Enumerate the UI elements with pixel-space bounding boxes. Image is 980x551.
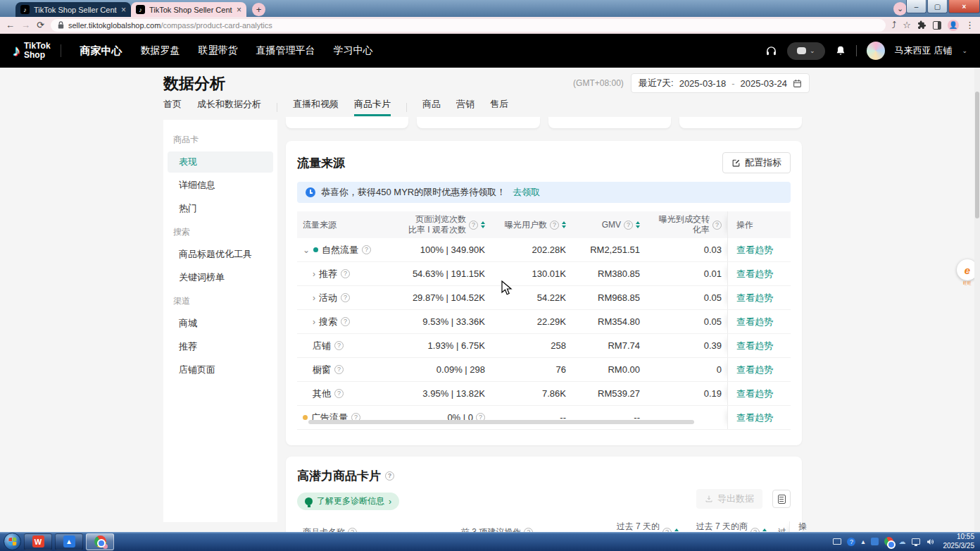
sort-icon[interactable]	[562, 221, 566, 228]
sort-icon[interactable]	[636, 221, 640, 228]
analytics-tab[interactable]: 售后	[490, 98, 508, 116]
help-icon[interactable]: ?	[341, 293, 350, 302]
view-trend-link[interactable]: 查看趋势	[736, 268, 773, 280]
sort-icon[interactable]	[481, 221, 485, 228]
nav-item-data-compass[interactable]: 数据罗盘	[141, 44, 180, 57]
date-range-picker[interactable]: 最近7天: 2025-03-18 - 2025-03-24	[631, 73, 810, 93]
expand-icon[interactable]: ›	[313, 294, 315, 302]
view-trend-link[interactable]: 查看趋势	[736, 316, 773, 328]
bookmark-star-icon[interactable]: ☆	[903, 20, 911, 30]
sidebar-item[interactable]: 热门	[163, 197, 277, 220]
tray-volume-icon[interactable]	[926, 538, 935, 546]
sidebar-item[interactable]: 详细信息	[163, 174, 277, 197]
tray-chrome-icon[interactable]	[884, 537, 893, 546]
view-trend-link[interactable]: 查看趋势	[736, 244, 773, 256]
new-tab-button[interactable]: +	[252, 3, 265, 16]
help-icon[interactable]: ?	[334, 341, 344, 350]
help-icon[interactable]: ?	[334, 389, 344, 398]
sidebar-item[interactable]: 商品标题优化工具	[163, 243, 277, 266]
export-data-button[interactable]: 导出数据	[696, 489, 762, 509]
tray-cloud-icon[interactable]: ☁	[899, 538, 906, 545]
side-panel-icon[interactable]	[933, 21, 941, 30]
close-window-button[interactable]: ×	[948, 0, 980, 13]
page-scrollbar-track[interactable]	[974, 68, 980, 532]
start-button[interactable]	[4, 533, 21, 550]
browser-tab-2-active[interactable]: ♪ TikTok Shop Seller Center | Cr ×	[131, 2, 246, 17]
diagnosis-info-link[interactable]: 了解更多诊断信息 ›	[297, 493, 399, 510]
reload-button[interactable]: ⟳	[37, 20, 44, 30]
claim-coupon-link[interactable]: 去领取	[513, 186, 540, 199]
tiktok-shop-logo[interactable]: ♪ TikTokShop	[13, 42, 51, 60]
sidebar-item[interactable]: 推荐	[163, 335, 277, 358]
expand-icon[interactable]: ⌄	[303, 246, 310, 254]
help-icon[interactable]: ?	[469, 221, 478, 230]
help-icon[interactable]: ?	[341, 317, 350, 326]
tray-network-icon[interactable]	[912, 538, 920, 545]
chat-pill-button[interactable]: ⌄	[787, 42, 825, 60]
view-trend-link[interactable]: 查看趋势	[736, 340, 773, 352]
metric-card-partial	[417, 117, 539, 128]
browser-tab-1[interactable]: ♪ TikTok Shop Seller Center | Cr ×	[15, 2, 131, 17]
nav-item-learning-center[interactable]: 学习中心	[334, 44, 373, 57]
view-trend-link[interactable]: 查看趋势	[736, 292, 773, 304]
store-avatar[interactable]	[867, 42, 885, 60]
minimize-button[interactable]: –	[906, 0, 926, 13]
help-icon[interactable]: ?	[712, 221, 722, 230]
tray-help-icon[interactable]: ?	[847, 538, 855, 546]
help-icon[interactable]: ?	[362, 245, 371, 254]
analytics-tab[interactable]: 商品	[422, 98, 441, 116]
tray-show-icons-arrow[interactable]: ▴	[861, 538, 865, 545]
high-potential-title: 高潜力商品卡片	[297, 468, 381, 484]
view-trend-link[interactable]: 查看趋势	[736, 388, 773, 400]
clock-date: 2025/3/25	[943, 542, 975, 551]
sidebar-item[interactable]: 表现	[168, 151, 273, 173]
calendar-icon[interactable]	[793, 79, 802, 88]
analytics-tab[interactable]: 营销	[456, 98, 475, 116]
page-scrollbar-thumb[interactable]	[975, 92, 979, 218]
help-icon[interactable]: ?	[624, 221, 633, 230]
analytics-tab[interactable]: 商品卡片	[354, 98, 391, 116]
nav-item-affiliate[interactable]: 联盟带货	[199, 44, 238, 57]
tray-window-icon[interactable]	[833, 538, 841, 545]
analytics-tab[interactable]: 直播和视频	[293, 98, 339, 116]
help-icon[interactable]: ?	[341, 269, 350, 278]
traffic-row: 其他?3.95% | 13.82K7.86KRM539.270.19查看趋势	[297, 382, 791, 406]
share-icon[interactable]: ⤴	[892, 20, 897, 30]
horizontal-scrollbar-thumb[interactable]	[308, 420, 694, 424]
expand-icon[interactable]: ›	[313, 270, 315, 278]
analytics-tab[interactable]: 成长和数据分析	[197, 98, 261, 116]
report-button[interactable]	[772, 490, 791, 508]
help-icon[interactable]: ?	[385, 471, 394, 481]
expand-icon[interactable]: ›	[313, 318, 315, 326]
sidebar-item[interactable]: 关键词榜单	[163, 266, 277, 289]
back-button[interactable]: ←	[6, 20, 15, 30]
sidebar-item[interactable]: 店铺页面	[163, 359, 277, 381]
analytics-tab[interactable]: 首页	[163, 98, 182, 116]
tab-close-icon[interactable]: ×	[121, 5, 126, 15]
metric-card-partial	[286, 117, 408, 128]
help-icon[interactable]: ?	[550, 221, 559, 230]
nav-item-live-manager[interactable]: 直播管理平台	[256, 44, 315, 57]
view-trend-link[interactable]: 查看趋势	[736, 411, 773, 424]
address-bar[interactable]: seller.tiktokglobalshop.com/compass/prod…	[51, 19, 886, 32]
browser-menu-icon[interactable]: ⋮	[965, 20, 974, 30]
chevron-down-icon[interactable]: ⌄	[962, 47, 967, 54]
cvr-cell: 0.39	[646, 340, 727, 351]
nav-item-seller-center[interactable]: 商家中心	[80, 44, 122, 58]
profile-avatar[interactable]: 👤	[948, 20, 959, 31]
forward-button[interactable]: →	[21, 20, 30, 30]
view-trend-link[interactable]: 查看趋势	[736, 364, 773, 376]
sidebar-item[interactable]: 商城	[163, 312, 277, 335]
tab-close-icon[interactable]: ×	[237, 5, 241, 15]
maximize-button[interactable]: ▢	[927, 0, 948, 13]
headset-icon[interactable]	[765, 45, 777, 57]
taskbar-chrome-button[interactable]	[86, 533, 114, 550]
configure-metrics-button[interactable]: 配置指标	[722, 152, 791, 173]
extensions-puzzle-icon[interactable]	[917, 20, 926, 30]
taskbar-wps-button[interactable]: W	[24, 533, 52, 550]
tray-app-icon[interactable]	[871, 538, 879, 545]
taskbar-app-button[interactable]: ▲	[55, 533, 83, 550]
notification-bell-icon[interactable]	[835, 45, 846, 57]
help-icon[interactable]: ?	[334, 365, 344, 374]
taskbar-clock[interactable]: 10:55 2025/3/25	[943, 533, 975, 550]
